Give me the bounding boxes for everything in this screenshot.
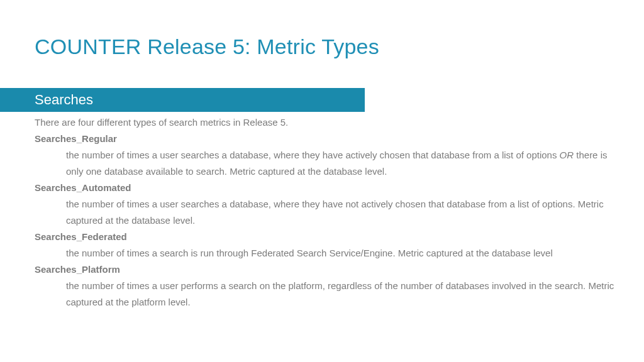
section-header-label: Searches bbox=[35, 92, 93, 108]
metric-desc: the number of times a user searches a da… bbox=[66, 196, 619, 229]
metric-name: Searches_Regular bbox=[35, 131, 619, 147]
intro-text: There are four different types of search… bbox=[35, 114, 619, 131]
metric-desc-pre: the number of times a user searches a da… bbox=[66, 150, 560, 160]
section-header-bar: Searches bbox=[0, 88, 365, 112]
metric-desc-italic: OR bbox=[560, 150, 574, 160]
page-title: COUNTER Release 5: Metric Types bbox=[35, 35, 379, 59]
metric-name: Searches_Federated bbox=[35, 229, 619, 245]
metric-desc: the number of times a user performs a se… bbox=[66, 278, 619, 310]
metric-name: Searches_Automated bbox=[35, 180, 619, 196]
metric-desc: the number of times a search is run thro… bbox=[66, 245, 619, 261]
metric-desc: the number of times a user searches a da… bbox=[66, 147, 619, 180]
metric-name: Searches_Platform bbox=[35, 261, 619, 278]
content-body: There are four different types of search… bbox=[35, 114, 619, 310]
